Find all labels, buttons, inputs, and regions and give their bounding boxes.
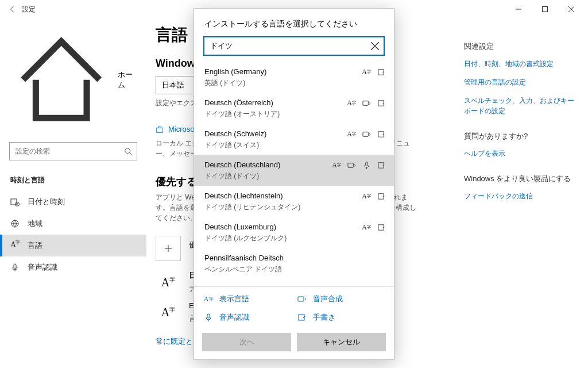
language-name: English (Germany) (204, 67, 384, 76)
language-name: Pennsilfaanisch Deitsch (204, 254, 384, 262)
language-results: English (Germany)英語 (ドイツ)A字Deutsch (Öste… (194, 62, 394, 286)
dialog-title: インストールする言語を選択してください (194, 9, 394, 36)
language-search[interactable] (203, 36, 385, 56)
language-option[interactable]: Deutsch (Österreich)ドイツ語 (オーストリア)A字 (194, 93, 394, 124)
legend-sr-label: 音声認識 (219, 312, 249, 323)
language-option[interactable]: Deutsch (Luxemburg)ドイツ語 (ルクセンブルク)A字 (194, 217, 394, 248)
tts-icon (362, 129, 371, 139)
language-name: Deutsch (Liechtenstein) (204, 191, 384, 200)
cancel-button[interactable]: キャンセル (297, 333, 386, 351)
tts-icon (297, 294, 307, 304)
hand-icon (377, 129, 386, 139)
svg-rect-17 (298, 297, 304, 301)
language-option[interactable]: Deutsch (Deutschland)ドイツ語 (ドイツ)A字 (194, 155, 394, 186)
language-sub: ドイツ語 (スイス) (204, 140, 384, 150)
hand-icon (377, 98, 386, 108)
hand-icon (377, 67, 386, 76)
language-sub: ドイツ語 (オーストリア) (204, 109, 384, 119)
next-button[interactable]: 次へ (202, 333, 291, 351)
legend-sr: 音声認識 (203, 312, 291, 323)
legend-tts-label: 音声合成 (313, 294, 343, 304)
language-name: Deutsch (Luxemburg) (204, 223, 384, 231)
svg-rect-8 (362, 101, 368, 105)
clear-icon[interactable] (371, 42, 379, 50)
language-sub: 英語 (ドイツ) (204, 78, 384, 88)
language-install-dialog: インストールする言語を選択してください English (Germany)英語 … (194, 8, 394, 360)
legend: A字表示言語 音声合成 音声認識 手書き (194, 286, 394, 327)
svg-rect-18 (207, 314, 210, 318)
legend-tts: 音声合成 (297, 294, 385, 304)
display-icon: A字 (347, 98, 356, 108)
legend-display-label: 表示言語 (219, 294, 249, 304)
legend-hand-label: 手書き (313, 312, 335, 323)
sr-icon (362, 160, 371, 170)
svg-rect-13 (365, 162, 368, 166)
language-sub: ドイツ語 (リヒテンシュタイン) (204, 202, 384, 212)
display-icon: A字 (362, 223, 371, 232)
hand-icon (377, 160, 386, 170)
language-search-input[interactable] (204, 37, 384, 55)
display-icon: A字 (362, 67, 371, 76)
hand-icon (377, 191, 386, 201)
display-icon: A字 (347, 129, 356, 139)
language-sub: ドイツ語 (ドイツ) (204, 171, 384, 181)
language-sub: ドイツ語 (ルクセンブルク) (204, 233, 384, 243)
dialog-overlay: インストールする言語を選択してください English (Germany)英語 … (0, 0, 588, 368)
language-option[interactable]: Deutsch (Schweiz)ドイツ語 (スイス)A字 (194, 124, 394, 155)
display-icon: A字 (362, 191, 371, 201)
microphone-icon (203, 312, 214, 323)
language-sub: ペンシルベニア ドイツ語 (204, 264, 384, 274)
svg-rect-12 (347, 163, 353, 167)
language-option[interactable]: English (Germany)英語 (ドイツ)A字 (194, 62, 394, 93)
legend-display: A字表示言語 (203, 294, 291, 304)
legend-hand: 手書き (297, 312, 385, 323)
svg-rect-10 (362, 132, 368, 136)
language-option[interactable]: Deutsch (Liechtenstein)ドイツ語 (リヒテンシュタイン)A… (194, 186, 394, 217)
tts-icon (362, 98, 371, 108)
display-icon: A字 (203, 294, 214, 304)
tts-icon (347, 160, 356, 170)
handwriting-icon (297, 312, 307, 323)
language-option[interactable]: Pennsilfaanisch Deitschペンシルベニア ドイツ語 (194, 248, 394, 279)
hand-icon (377, 223, 386, 232)
display-icon: A字 (332, 160, 341, 170)
